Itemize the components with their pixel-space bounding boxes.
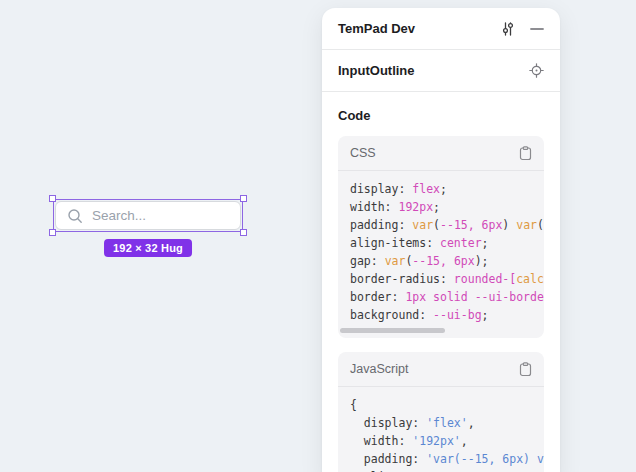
clipboard-icon[interactable] xyxy=(519,362,532,377)
javascript-code-block: JavaScript { display: 'flex', width: '19… xyxy=(338,352,544,472)
code-line: background: --ui-bg; xyxy=(350,306,532,324)
selection-handle[interactable] xyxy=(49,229,56,236)
code-line: width: '192px', xyxy=(350,432,532,450)
panel-header: TemPad Dev xyxy=(322,8,560,50)
javascript-block-header: JavaScript xyxy=(338,352,544,387)
node-name: InputOutline xyxy=(338,63,515,78)
code-line: align-items: center; xyxy=(350,234,532,252)
code-line: width: 192px; xyxy=(350,198,532,216)
code-line: display: flex; xyxy=(350,180,532,198)
minimize-icon[interactable] xyxy=(530,22,544,36)
javascript-code[interactable]: { display: 'flex', width: '192px', paddi… xyxy=(338,387,544,472)
css-code[interactable]: display: flex;width: 192px;padding: var(… xyxy=(338,171,544,324)
clipboard-icon[interactable] xyxy=(519,146,532,161)
css-code-block: CSS display: flex;width: 192px;padding: … xyxy=(338,136,544,338)
code-line: border: 1px solid --ui-border-color; xyxy=(350,288,532,306)
selection-handle[interactable] xyxy=(240,229,247,236)
horizontal-scrollbar[interactable] xyxy=(340,328,542,333)
selected-node-row: InputOutline xyxy=(322,50,560,92)
scrollbar-thumb[interactable] xyxy=(340,328,445,333)
code-line: padding: 'var(--15, 6px) var(--15, 6px)'… xyxy=(350,450,532,468)
code-line: alignItems: 'center', xyxy=(350,468,532,472)
code-section-label: Code xyxy=(338,108,371,123)
dimensions-badge: 192 × 32 Hug xyxy=(104,239,192,257)
sliders-icon[interactable] xyxy=(500,21,516,37)
code-line: border-radius: rounded-[calc(var(--15, 6… xyxy=(350,270,532,288)
search-placeholder: Search... xyxy=(92,208,146,223)
selection-handle[interactable] xyxy=(49,195,56,202)
css-block-title: CSS xyxy=(350,146,376,160)
selection-handle[interactable] xyxy=(240,195,247,202)
code-line: display: 'flex', xyxy=(350,414,532,432)
magnifier-icon xyxy=(67,208,83,224)
code-line: gap: var(--15, 6px); xyxy=(350,252,532,270)
javascript-block-title: JavaScript xyxy=(350,362,408,376)
code-line: { xyxy=(350,396,532,414)
locate-icon[interactable] xyxy=(529,63,544,78)
css-block-header: CSS xyxy=(338,136,544,171)
panel-title: TemPad Dev xyxy=(338,21,486,36)
selected-node-inputoutline[interactable]: Search... 192 × 32 Hug xyxy=(53,199,243,232)
search-input[interactable]: Search... xyxy=(55,201,241,230)
code-section: Code xyxy=(322,92,560,124)
code-line: padding: var(--15, 6px) var(--15, 6px); xyxy=(350,216,532,234)
tempad-dev-panel: TemPad Dev InputOutline xyxy=(322,8,560,472)
